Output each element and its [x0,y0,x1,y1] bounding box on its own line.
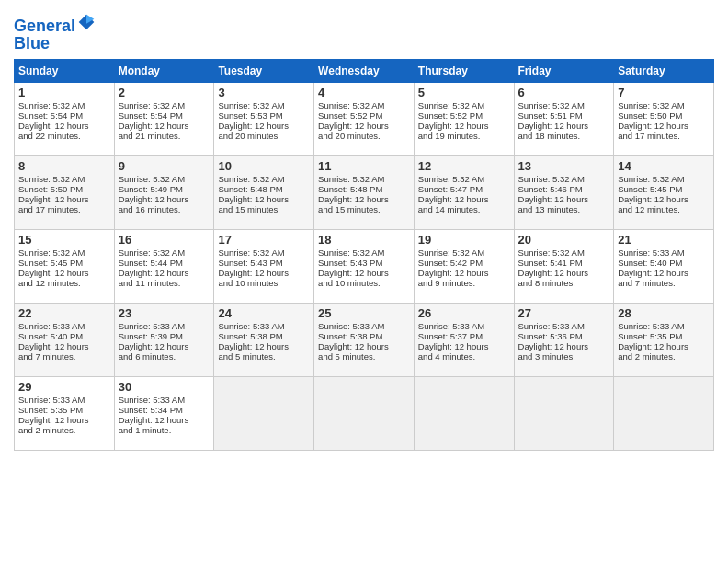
calendar-cell: 23Sunrise: 5:33 AMSunset: 5:39 PMDayligh… [114,303,214,376]
cell-info: and 7 minutes. [18,351,110,362]
calendar-cell: 15Sunrise: 5:32 AMSunset: 5:45 PMDayligh… [15,229,115,303]
cell-info: Sunset: 5:45 PM [18,258,110,268]
cell-info: Sunrise: 5:32 AM [119,247,210,258]
cell-info: and 1 minute. [119,425,210,435]
day-number: 9 [119,159,210,173]
cell-info: and 20 minutes. [218,131,310,141]
cell-info: Sunrise: 5:32 AM [18,174,110,184]
cell-info: Sunrise: 5:32 AM [218,247,310,258]
calendar-cell: 9Sunrise: 5:32 AMSunset: 5:49 PMDaylight… [114,155,214,229]
cell-info: Daylight: 12 hours [518,121,610,131]
cell-info: Sunrise: 5:32 AM [618,174,710,184]
calendar-cell: 25Sunrise: 5:33 AMSunset: 5:38 PMDayligh… [314,303,415,376]
calendar-cell: 11Sunrise: 5:32 AMSunset: 5:48 PMDayligh… [314,155,415,229]
cell-info: Daylight: 12 hours [418,341,510,351]
day-number: 20 [518,233,610,247]
day-number: 3 [218,86,310,99]
cell-info: Sunrise: 5:32 AM [218,100,310,110]
cell-info: Sunset: 5:54 PM [119,110,210,121]
cell-info: Daylight: 12 hours [119,268,210,278]
day-number: 13 [518,159,610,173]
cell-info: Daylight: 12 hours [18,194,110,204]
calendar-table: SundayMondayTuesdayWednesdayThursdayFrid… [14,59,714,451]
cell-info: Daylight: 12 hours [218,194,310,204]
cell-info: and 19 minutes. [418,131,510,141]
week-row-2: 8Sunrise: 5:32 AMSunset: 5:50 PMDaylight… [15,155,714,229]
cell-info: Sunrise: 5:33 AM [119,395,210,405]
calendar-cell: 21Sunrise: 5:33 AMSunset: 5:40 PMDayligh… [614,229,714,303]
cell-info: Sunrise: 5:32 AM [119,100,210,110]
calendar-cell: 17Sunrise: 5:32 AMSunset: 5:43 PMDayligh… [214,229,314,303]
cell-info: and 10 minutes. [218,278,310,288]
cell-info: and 7 minutes. [618,278,710,288]
day-number: 22 [18,306,110,320]
cell-info: Sunset: 5:38 PM [318,331,410,341]
weekday-sunday: Sunday [15,59,115,82]
weekday-wednesday: Wednesday [314,59,415,82]
cell-info: and 9 minutes. [418,278,510,288]
calendar-cell [314,376,415,450]
cell-info: Daylight: 12 hours [218,121,310,131]
calendar-cell [414,376,514,450]
cell-info: Sunset: 5:42 PM [418,258,510,268]
cell-info: Sunrise: 5:32 AM [618,100,710,110]
calendar-cell: 8Sunrise: 5:32 AMSunset: 5:50 PMDaylight… [15,155,115,229]
cell-info: Sunrise: 5:33 AM [318,321,410,331]
cell-info: Sunset: 5:54 PM [18,110,110,121]
cell-info: Sunset: 5:39 PM [119,331,210,341]
logo-blue: Blue [14,34,96,53]
calendar-cell: 18Sunrise: 5:32 AMSunset: 5:43 PMDayligh… [314,229,415,303]
day-number: 11 [318,159,410,173]
day-number: 2 [119,86,210,99]
calendar-cell: 24Sunrise: 5:33 AMSunset: 5:38 PMDayligh… [214,303,314,376]
cell-info: and 5 minutes. [318,351,410,362]
calendar-cell: 26Sunrise: 5:33 AMSunset: 5:37 PMDayligh… [414,303,514,376]
cell-info: and 12 minutes. [18,278,110,288]
cell-info: Daylight: 12 hours [318,121,410,131]
cell-info: Sunset: 5:48 PM [218,184,310,194]
cell-info: and 6 minutes. [119,351,210,362]
cell-info: Sunrise: 5:32 AM [318,174,410,184]
cell-info: Sunset: 5:52 PM [318,110,410,121]
cell-info: Sunset: 5:50 PM [18,184,110,194]
cell-info: Sunrise: 5:32 AM [518,174,610,184]
cell-info: and 5 minutes. [218,351,310,362]
week-row-1: 1Sunrise: 5:32 AMSunset: 5:54 PMDaylight… [15,82,714,155]
cell-info: Sunrise: 5:32 AM [318,100,410,110]
cell-info: and 14 minutes. [418,204,510,214]
cell-info: Daylight: 12 hours [618,341,710,351]
cell-info: Daylight: 12 hours [18,341,110,351]
day-number: 16 [119,233,210,247]
day-number: 23 [119,306,210,320]
cell-info: Sunrise: 5:32 AM [518,247,610,258]
cell-info: Daylight: 12 hours [119,415,210,425]
weekday-saturday: Saturday [614,59,714,82]
day-number: 28 [618,306,710,320]
logo-text: General [14,13,96,36]
day-number: 19 [418,233,510,247]
calendar-cell: 13Sunrise: 5:32 AMSunset: 5:46 PMDayligh… [514,155,614,229]
cell-info: Daylight: 12 hours [418,194,510,204]
day-number: 7 [618,86,710,99]
cell-info: Sunset: 5:38 PM [218,331,310,341]
cell-info: Daylight: 12 hours [218,268,310,278]
day-number: 30 [119,380,210,394]
cell-info: Sunset: 5:37 PM [418,331,510,341]
cell-info: and 17 minutes. [618,131,710,141]
logo: General Blue [14,13,96,53]
day-number: 12 [418,159,510,173]
cell-info: Sunset: 5:53 PM [218,110,310,121]
calendar-cell: 7Sunrise: 5:32 AMSunset: 5:50 PMDaylight… [614,82,714,155]
calendar-cell: 28Sunrise: 5:33 AMSunset: 5:35 PMDayligh… [614,303,714,376]
cell-info: and 15 minutes. [318,204,410,214]
week-row-5: 29Sunrise: 5:33 AMSunset: 5:35 PMDayligh… [15,376,714,450]
cell-info: Daylight: 12 hours [418,268,510,278]
day-number: 29 [18,380,110,394]
cell-info: Daylight: 12 hours [218,341,310,351]
calendar-cell: 5Sunrise: 5:32 AMSunset: 5:52 PMDaylight… [414,82,514,155]
day-number: 6 [518,86,610,99]
cell-info: Sunrise: 5:32 AM [318,247,410,258]
day-number: 17 [218,233,310,247]
cell-info: Sunset: 5:34 PM [119,405,210,415]
cell-info: Sunrise: 5:32 AM [518,100,610,110]
